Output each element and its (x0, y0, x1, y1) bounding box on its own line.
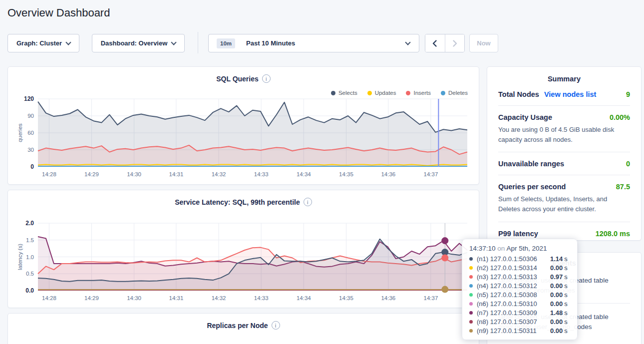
svg-text:14:35: 14:35 (339, 295, 353, 301)
sql-queries-plot[interactable]: 030609012014:2814:2914:3014:3114:3214:33… (13, 96, 477, 182)
node-unit: s (564, 282, 568, 290)
node-address: (n9) 127.0.0.1:50311 (477, 327, 550, 335)
node-value: 0.00 (550, 300, 563, 308)
svg-text:14:36: 14:36 (381, 171, 395, 177)
node-address: (n8) 127.0.0.1:50307 (477, 318, 550, 326)
svg-text:14:31: 14:31 (169, 171, 184, 177)
chevron-down-icon (405, 39, 410, 45)
service-latency-plot[interactable]: 0.00.51.01.52.014:2814:2914:3014:3114:32… (13, 221, 477, 306)
now-button[interactable]: Now (469, 34, 498, 52)
tooltip-node-row: (n9) 127.0.0.1:50311 0.00 s (469, 326, 570, 335)
summary-title: Summary (487, 75, 641, 83)
node-color-dot-icon (469, 275, 473, 279)
now-button-label: Now (477, 39, 490, 47)
svg-text:90: 90 (27, 113, 34, 119)
info-icon[interactable]: i (304, 198, 312, 206)
time-next-button[interactable] (445, 34, 465, 52)
summary-value: 0 (626, 160, 630, 168)
legend-dot-icon (367, 91, 372, 95)
tooltip-node-row: (n5) 127.0.0.1:50308 0.00 s (469, 290, 570, 299)
svg-text:14:35: 14:35 (339, 171, 353, 177)
node-address: (n7) 127.0.0.1:50309 (477, 309, 550, 317)
summary-label: P99 latency (498, 230, 538, 238)
tooltip-node-row: (n7) 127.0.0.1:50309 1.48 s (469, 308, 570, 317)
svg-text:0: 0 (30, 163, 34, 170)
summary-value: 87.5 (616, 183, 630, 191)
chevron-left-icon (431, 39, 439, 47)
svg-text:14:32: 14:32 (212, 295, 226, 301)
summary-subtext: Sum of Selects, Updates, Inserts, and De… (498, 194, 630, 214)
info-icon[interactable]: i (262, 74, 271, 83)
time-prev-button[interactable] (425, 34, 445, 52)
node-unit: s (564, 318, 568, 326)
legend-item: Updates (367, 90, 396, 96)
svg-text:queries: queries (17, 123, 23, 142)
node-address: (n4) 127.0.0.1:50312 (477, 282, 550, 290)
node-address: (n1) 127.0.0.1:50306 (477, 255, 550, 263)
legend-item: Selects (331, 90, 357, 96)
toolbar-divider (198, 32, 198, 53)
tooltip-node-row: (n4) 127.0.0.1:50312 0.00 s (469, 281, 570, 290)
svg-text:0.0: 0.0 (25, 287, 34, 294)
node-address: (n2) 127.0.0.1:50314 (477, 264, 550, 272)
summary-value: 0.00% (610, 113, 630, 121)
node-address: (n3) 127.0.0.1:50313 (477, 273, 550, 281)
legend-dot-icon (406, 91, 410, 95)
svg-text:14:29: 14:29 (84, 295, 99, 301)
svg-text:14:32: 14:32 (212, 171, 226, 177)
summary-label: Queries per second (498, 183, 566, 191)
graph-dropdown[interactable]: Graph: Cluster (7, 34, 79, 52)
time-range-dropdown[interactable]: 10m Past 10 Minutes (208, 34, 419, 52)
legend-label: Updates (375, 90, 396, 96)
svg-text:14:34: 14:34 (297, 171, 311, 177)
node-value: 0.00 (550, 291, 563, 299)
legend-dot-icon (331, 91, 335, 95)
svg-text:14:33: 14:33 (254, 171, 269, 177)
node-color-dot-icon (469, 293, 473, 297)
service-latency-title-row: Service Latency: SQL, 99th percentile i (8, 190, 479, 206)
legend-label: Inserts (413, 90, 431, 96)
svg-text:14:30: 14:30 (127, 295, 141, 301)
time-range-label: Past 10 Minutes (246, 39, 295, 47)
svg-text:14:37: 14:37 (424, 295, 438, 301)
view-nodes-list-link[interactable]: View nodes list (544, 90, 597, 98)
node-address: (n5) 127.0.0.1:50308 (477, 291, 550, 299)
node-value: 0.97 (550, 273, 563, 281)
summary-body: Total Nodes View nodes list 9 Capacity U… (487, 83, 641, 245)
svg-text:14:28: 14:28 (42, 295, 56, 301)
info-icon[interactable]: i (272, 321, 280, 330)
summary-label: Total Nodes (498, 90, 539, 98)
node-color-dot-icon (469, 329, 473, 333)
svg-text:14:33: 14:33 (254, 295, 269, 301)
svg-text:14:28: 14:28 (42, 171, 56, 177)
tooltip-node-row: (n6) 127.0.0.1:50310 0.00 s (469, 299, 570, 308)
node-value: 0.00 (550, 282, 563, 290)
sql-queries-chart[interactable]: 030609012014:2814:2914:3014:3114:3214:33… (13, 96, 477, 184)
chart-title: SQL Queries (216, 75, 259, 83)
legend-item: Deletes (441, 90, 468, 96)
graph-dropdown-label: Graph: Cluster (16, 39, 62, 47)
chart-title: Service Latency: SQL, 99th percentile (175, 198, 300, 206)
node-value: 1.48 (550, 309, 563, 317)
svg-text:14:37: 14:37 (424, 171, 438, 177)
service-latency-chart[interactable]: 0.00.51.01.52.014:2814:2914:3014:3114:32… (13, 221, 477, 308)
svg-text:latency (s): latency (s) (17, 244, 23, 270)
dashboard-dropdown-label: Dashboard: Overview (101, 39, 168, 47)
node-value: 0.00 (550, 264, 563, 272)
node-color-dot-icon (469, 257, 473, 261)
node-unit: s (564, 264, 568, 272)
sql-queries-card: SQL Queries i Selects Updates Inserts De… (7, 66, 479, 185)
svg-text:0.5: 0.5 (26, 271, 34, 277)
node-unit: s (564, 255, 568, 263)
svg-text:14:29: 14:29 (84, 171, 99, 177)
legend-dot-icon (441, 91, 445, 95)
page-title: Overview Dashboard (7, 6, 110, 19)
tooltip-node-row: (n8) 127.0.0.1:50307 0.00 s (469, 317, 570, 326)
svg-text:14:30: 14:30 (127, 171, 141, 177)
tooltip-date: Apr 5th, 2021 (506, 245, 547, 252)
time-range-badge: 10m (217, 38, 235, 48)
tooltip-time: 14:37:10 (469, 245, 496, 252)
summary-row-capacity-usage: Capacity Usage 0.00% You are using 0 B o… (498, 106, 630, 152)
node-color-dot-icon (469, 266, 473, 270)
dashboard-dropdown[interactable]: Dashboard: Overview (92, 34, 185, 52)
